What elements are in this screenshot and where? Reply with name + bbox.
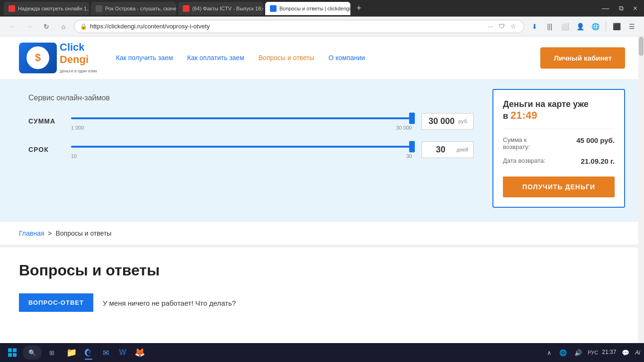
new-tab-button[interactable]: +	[352, 2, 366, 15]
term-label: СРОК	[28, 146, 62, 153]
faq-item-row: ВОПРОС-ОТВЕТ У меня ничего не работает! …	[19, 293, 625, 312]
ai-label[interactable]: Ai	[635, 349, 640, 356]
nav-faq[interactable]: Вопросы и ответы	[259, 54, 314, 62]
tab2-favicon	[96, 5, 102, 12]
logo-click: Click	[60, 41, 97, 53]
browser-tab-3[interactable]: (64) Факты ICTV - Выпуск 18:4... ×	[178, 2, 263, 15]
sum-row: СУММА 1 000 30 000 30 000 руб.	[28, 112, 474, 131]
browser-tab-2[interactable]: Рок Острова - слушать, скаче... ×	[91, 2, 176, 15]
term-max-label: 30	[406, 153, 412, 159]
browser-tab-4[interactable]: Вопросы и ответы | clickdengi ×	[265, 2, 350, 15]
taskbar-firefox[interactable]: 🦊	[132, 344, 148, 361]
term-slider-thumb[interactable]	[409, 141, 415, 152]
logo-tagline: деньги в один клик	[60, 69, 97, 73]
sum-slider-track[interactable]	[71, 117, 412, 119]
card-title-prefix: в	[503, 111, 508, 121]
close-button[interactable]: ×	[630, 4, 640, 13]
minimize-button[interactable]: —	[599, 4, 612, 13]
reload-button[interactable]: ↻	[40, 20, 53, 33]
word-icon: W	[119, 348, 126, 357]
logo-dengi: Dengi	[60, 53, 97, 66]
website-content: $ Click Dengi деньги в один клик Как пол…	[0, 36, 644, 362]
network-icon[interactable]: 🌐	[557, 347, 569, 358]
nav-how-to-get[interactable]: Как получить заем	[116, 54, 173, 62]
tab1-favicon	[9, 5, 15, 12]
taskbar-file-explorer[interactable]: 📁	[63, 344, 80, 361]
edge-icon	[84, 348, 93, 357]
address-bar[interactable]: 🔒 ··· 🛡 ☆	[74, 20, 524, 33]
tray-arrow[interactable]: ∧	[545, 347, 554, 358]
menu-button[interactable]: ☰	[625, 20, 638, 33]
site-navigation: $ Click Dengi деньги в один клик Как пол…	[0, 36, 644, 79]
sum-slider-fill	[71, 117, 412, 119]
keyboard-language[interactable]: РУС	[588, 350, 598, 355]
sync-button[interactable]: 🌐	[589, 20, 602, 33]
sum-unit: руб.	[458, 118, 468, 124]
get-money-button[interactable]: ПОЛУЧИТЬ ДЕНЬГИ	[503, 177, 615, 197]
term-row: СРОК 10 30 30 дней	[28, 140, 474, 159]
sum-slider-thumb[interactable]	[409, 113, 415, 124]
home-button[interactable]: ⌂	[57, 20, 70, 33]
win-logo-tl	[8, 348, 12, 352]
shield-check-icon[interactable]: 🛡	[497, 22, 507, 31]
win-logo-br	[13, 353, 17, 357]
browser-tabs-bar: Надежда смотреть онлайн 1... × Рок Остро…	[0, 0, 644, 17]
url-input[interactable]	[90, 23, 483, 30]
scrollbar-thumb[interactable]	[639, 37, 644, 56]
term-slider-area: 10 30	[71, 140, 412, 159]
sum-display: 30 000 руб.	[421, 113, 474, 130]
taskbar-email[interactable]: ✉	[98, 344, 114, 361]
task-view-button[interactable]: ⊞	[44, 344, 60, 361]
faq-tab-label[interactable]: ВОПРОС-ОТВЕТ	[19, 293, 93, 312]
taskbar-clock[interactable]: 21:37	[602, 349, 616, 356]
logo[interactable]: $ Click Dengi деньги в один клик	[19, 41, 97, 74]
return-date-value: 21.09.20 г.	[581, 157, 615, 165]
browser-tab-1[interactable]: Надежда смотреть онлайн 1... ×	[4, 2, 89, 15]
tab1-label: Надежда смотреть онлайн 1...	[18, 6, 89, 11]
bookmark-icon[interactable]: ☆	[509, 22, 518, 31]
restore-button[interactable]: ⧉	[616, 4, 626, 12]
taskbar-word[interactable]: W	[115, 344, 131, 361]
firefox-icon: 🦊	[134, 347, 145, 358]
loan-summary-card: Деньги на карте уже в 21:49 Сумма к возв…	[492, 89, 625, 208]
nav-how-to-pay[interactable]: Как оплатить заем	[187, 54, 244, 62]
win-logo-tr	[13, 348, 17, 352]
faq-section: Вопросы и ответы ВОПРОС-ОТВЕТ У меня нич…	[0, 247, 644, 326]
term-slider-labels: 10 30	[71, 153, 412, 159]
term-slider-track[interactable]	[71, 146, 412, 148]
more-options-icon[interactable]: ···	[486, 22, 495, 31]
taskbar-search[interactable]: 🔍	[23, 345, 42, 360]
faq-first-question[interactable]: У меня ничего не работает! Что делать?	[103, 293, 236, 307]
taskbar-apps: 📁 ✉ W 🦊	[63, 344, 148, 361]
taskbar-edge[interactable]	[80, 344, 97, 361]
logo-text: Click Dengi деньги в один клик	[60, 41, 97, 74]
nav-links: Как получить заем Как оплатить заем Вопр…	[116, 54, 541, 62]
windows-logo	[8, 348, 17, 357]
breadcrumb-home-link[interactable]: Главная	[19, 230, 44, 237]
extension-button[interactable]: ⬛	[610, 20, 623, 33]
volume-icon[interactable]: 🔊	[572, 347, 584, 358]
start-button[interactable]	[4, 344, 21, 361]
page-scrollbar[interactable]	[638, 36, 644, 343]
browser-action-buttons: ⬇ ||| ⬜ 👤 🌐 ⬛ ☰	[528, 20, 638, 33]
return-amount-value: 45 000 руб.	[576, 136, 615, 144]
bookmarks-button[interactable]: |||	[543, 20, 556, 33]
tab2-label: Рок Острова - слушать, скаче...	[105, 6, 176, 11]
download-button[interactable]: ⬇	[528, 20, 541, 33]
file-explorer-icon: 📁	[66, 347, 77, 358]
nav-about[interactable]: О компании	[329, 54, 365, 62]
taskbar: 🔍 ⊞ 📁 ✉ W 🦊 ∧ 🌐 🔊 РУС	[0, 343, 644, 362]
personal-cabinet-button[interactable]: Личный кабинет	[540, 47, 625, 69]
profile-button[interactable]: 👤	[573, 20, 587, 33]
notification-icon[interactable]: 💬	[620, 347, 631, 358]
term-slider-fill	[71, 146, 412, 148]
tab3-label: (64) Факты ICTV - Выпуск 18:4...	[192, 6, 263, 11]
security-icon: 🔒	[80, 23, 87, 30]
taskbar-right: ∧ 🌐 🔊 РУС 21:37 💬 Ai	[545, 347, 640, 358]
forward-button[interactable]: →	[23, 20, 36, 33]
back-button[interactable]: ←	[6, 20, 19, 33]
email-icon: ✉	[103, 348, 109, 357]
term-display: 30 дней	[421, 141, 474, 158]
tab4-label: Вопросы и ответы | clickdengi	[279, 6, 350, 11]
tabs-button[interactable]: ⬜	[558, 20, 572, 33]
